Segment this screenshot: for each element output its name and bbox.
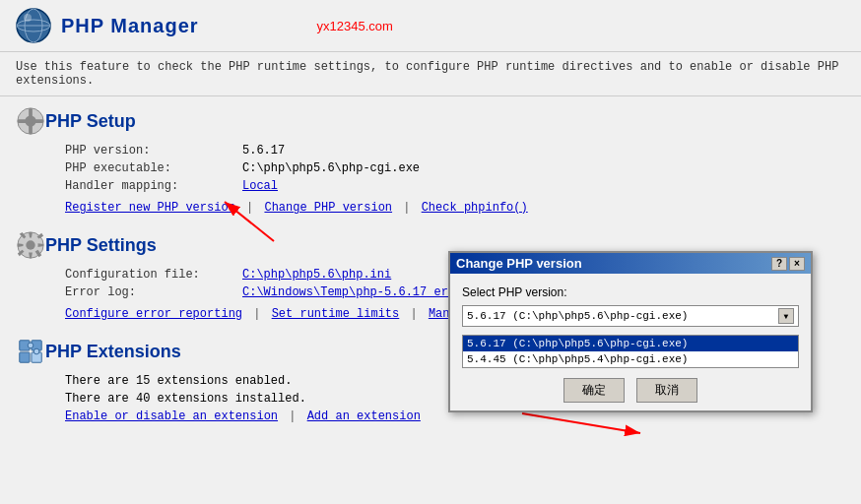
dialog-help-button[interactable]: ? xyxy=(771,257,787,271)
field-php-version: PHP version: 5.6.17 xyxy=(65,144,845,158)
setup-section-header: PHP Setup xyxy=(16,106,845,136)
dropdown-arrow-icon[interactable]: ▼ xyxy=(778,308,794,324)
list-item-1[interactable]: 5.6.17 (C:\php\php5.6\php-cgi.exe) xyxy=(463,336,798,351)
settings-icon xyxy=(16,230,45,260)
change-php-link[interactable]: Change PHP version xyxy=(264,201,392,215)
setup-title: PHP Setup xyxy=(45,111,136,132)
field-label-executable: PHP executable: xyxy=(65,161,242,175)
app-title: PHP Manager xyxy=(61,15,199,37)
setup-section: PHP Setup PHP version: 5.6.17 PHP execut… xyxy=(16,106,845,215)
dialog-select-label: Select PHP version: xyxy=(462,285,799,299)
svg-rect-8 xyxy=(29,123,33,134)
svg-point-26 xyxy=(28,343,33,348)
selected-version-text: 5.6.17 (C:\php\php5.6\php-cgi.exe) xyxy=(467,310,688,322)
field-value-version: 5.6.17 xyxy=(242,144,285,158)
change-php-dialog: Change PHP version ? × Select PHP versio… xyxy=(448,251,813,412)
field-label-version: PHP version: xyxy=(65,144,242,158)
add-extension-link[interactable]: Add an extension xyxy=(307,410,421,423)
list-item-2[interactable]: 5.4.45 (C:\php\php5.4\php-cgi.exe) xyxy=(463,351,798,367)
field-label-errorlog: Error log: xyxy=(65,285,242,299)
php-version-dropdown[interactable]: 5.6.17 (C:\php\php5.6\php-cgi.exe) ▼ xyxy=(462,305,799,327)
configure-error-link[interactable]: Configure error reporting xyxy=(65,307,242,321)
svg-point-25 xyxy=(33,348,39,354)
setup-icon xyxy=(16,106,45,136)
svg-point-12 xyxy=(26,240,34,249)
settings-title: PHP Settings xyxy=(45,235,157,256)
dialog-close-button[interactable]: × xyxy=(789,257,805,271)
svg-point-4 xyxy=(24,14,32,22)
page-description: Use this feature to check the PHP runtim… xyxy=(0,52,861,96)
dialog-titlebar-buttons: ? × xyxy=(771,257,805,271)
field-value-executable: C:\php\php5.6\php-cgi.exe xyxy=(242,161,420,175)
php-version-listbox[interactable]: 5.6.17 (C:\php\php5.6\php-cgi.exe) 5.4.4… xyxy=(462,335,799,368)
field-label-config: Configuration file: xyxy=(65,268,242,282)
register-php-link[interactable]: Register new PHP version xyxy=(65,201,235,215)
handler-mapping-link[interactable]: Local xyxy=(242,179,278,193)
check-phpinfo-link[interactable]: Check phpinfo() xyxy=(422,201,528,215)
field-label-handler: Handler mapping: xyxy=(65,179,242,193)
svg-rect-23 xyxy=(20,352,30,362)
field-php-executable: PHP executable: C:\php\php5.6\php-cgi.ex… xyxy=(65,161,845,175)
php-version-select-box[interactable]: 5.6.17 (C:\php\php5.6\php-cgi.exe) ▼ xyxy=(462,305,799,327)
field-handler-mapping: Handler mapping: Local xyxy=(65,179,845,193)
set-runtime-link[interactable]: Set runtime limits xyxy=(272,307,400,321)
svg-rect-7 xyxy=(29,108,33,119)
extensions-title: PHP Extensions xyxy=(45,342,181,362)
setup-action-links: Register new PHP version | Change PHP ve… xyxy=(65,201,845,215)
dialog-titlebar: Change PHP version ? × xyxy=(450,253,811,274)
extensions-icon xyxy=(16,337,45,366)
dialog-cancel-button[interactable]: 取消 xyxy=(636,378,697,403)
header: PHP Manager yx12345.com xyxy=(0,0,861,52)
svg-rect-9 xyxy=(18,119,29,123)
setup-fields: PHP version: 5.6.17 PHP executable: C:\p… xyxy=(65,144,845,193)
watermark-text: yx12345.com xyxy=(317,19,393,33)
svg-rect-10 xyxy=(33,119,43,123)
dialog-action-buttons: 确定 取消 xyxy=(462,378,799,403)
enable-disable-ext-link[interactable]: Enable or disable an extension xyxy=(65,410,278,423)
config-file-link[interactable]: C:\php\php5.6\php.ini xyxy=(242,268,391,282)
dialog-ok-button[interactable]: 确定 xyxy=(563,378,625,403)
dialog-title: Change PHP version xyxy=(456,256,582,271)
php-logo-icon xyxy=(16,8,51,43)
dialog-body: Select PHP version: 5.6.17 (C:\php\php5.… xyxy=(450,274,811,410)
